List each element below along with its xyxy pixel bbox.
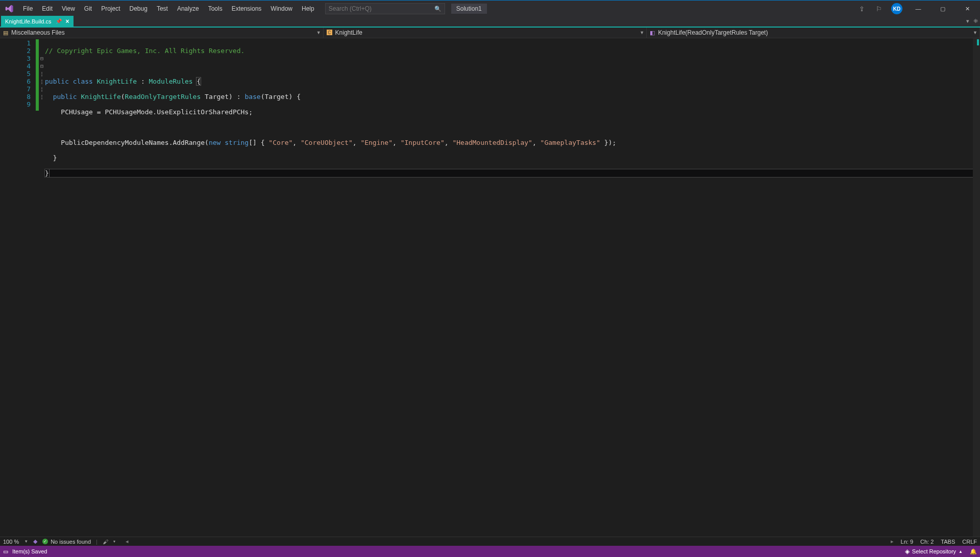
search-input[interactable]	[329, 5, 434, 12]
method-icon: ◧	[650, 30, 655, 36]
chevron-up-icon: ▲	[959, 549, 963, 554]
issues-label: No issues found	[51, 539, 91, 545]
menu-view[interactable]: View	[57, 1, 80, 17]
solution-selector[interactable]: Solution1	[451, 4, 487, 14]
scroll-marker	[977, 39, 979, 45]
select-repository-label: Select Repository	[912, 548, 956, 554]
menu-tools[interactable]: Tools	[204, 1, 227, 17]
close-tab-icon[interactable]: ×	[66, 18, 69, 25]
menu-edit[interactable]: Edit	[37, 1, 57, 17]
menu-git[interactable]: Git	[80, 1, 96, 17]
nav-member-dropdown[interactable]: ◧ KnightLife(ReadOnlyTargetRules Target)…	[647, 28, 980, 38]
caret-line[interactable]: Ln: 9	[901, 539, 913, 545]
line-number-gutter: 123 456 789	[0, 38, 36, 537]
chevron-down-icon: ▼	[973, 30, 977, 35]
editor-footer: 100 % ▼ ◆ ✓ No issues found | 🖌▾ ◂ ▸ Ln:…	[0, 537, 980, 546]
nav-class-label: KnightLife	[335, 29, 362, 36]
document-tab-bar: KnightLife.Build.cs 📌 × ▾ ⁜	[0, 17, 980, 28]
menu-items: File Edit View Git Project Debug Test An…	[18, 1, 319, 17]
fold-gutter[interactable]: ⊟⊟¦¦¦¦	[39, 38, 45, 537]
nav-scope-dropdown[interactable]: ▤ Miscellaneous Files ▼	[0, 28, 324, 38]
document-tab-title: KnightLife.Build.cs	[5, 18, 52, 24]
menu-extensions[interactable]: Extensions	[227, 1, 266, 17]
menu-bar: File Edit View Git Project Debug Test An…	[0, 1, 980, 17]
document-tab-active[interactable]: KnightLife.Build.cs 📌 ×	[1, 16, 74, 27]
feedback-icon[interactable]: ⚐	[874, 3, 884, 15]
search-box[interactable]: 🔍	[325, 3, 445, 14]
menu-analyze[interactable]: Analyze	[173, 1, 204, 17]
menu-file[interactable]: File	[18, 1, 37, 17]
zoom-chevron-icon[interactable]: ▼	[24, 539, 28, 544]
source-control-icon: ◈	[905, 548, 910, 555]
search-icon: 🔍	[434, 6, 442, 12]
code-editor[interactable]: 123 456 789 ⊟⊟¦¦¦¦ // Copyright Epic Gam…	[0, 38, 980, 537]
tab-expand-icon[interactable]: ⁜	[973, 18, 978, 24]
vs-logo-icon	[2, 2, 16, 16]
tab-overflow-icon[interactable]: ▾	[966, 18, 969, 24]
status-bar: ▭ Item(s) Saved ◈ Select Repository ▲ 🔔	[0, 546, 980, 557]
menu-help[interactable]: Help	[297, 1, 319, 17]
menu-test[interactable]: Test	[152, 1, 173, 17]
menu-project[interactable]: Project	[96, 1, 125, 17]
chevron-down-icon: ▼	[316, 30, 321, 35]
status-message: Item(s) Saved	[12, 548, 47, 554]
chevron-down-icon: ▼	[640, 30, 644, 35]
user-avatar[interactable]: KD	[891, 3, 902, 14]
output-icon[interactable]: ▭	[3, 548, 8, 555]
indent-mode[interactable]: TABS	[941, 539, 955, 545]
menu-debug[interactable]: Debug	[125, 1, 152, 17]
zoom-level[interactable]: 100 %	[3, 539, 19, 545]
line-ending[interactable]: CRLF	[962, 539, 977, 545]
vertical-scrollbar[interactable]	[973, 38, 980, 537]
file-icon: ▤	[3, 30, 8, 36]
check-icon: ✓	[42, 539, 48, 544]
caret-char[interactable]: Ch: 2	[920, 539, 934, 545]
nav-class-dropdown[interactable]: 🅲 KnightLife ▼	[324, 28, 647, 38]
window-close-button[interactable]: ✕	[959, 1, 976, 17]
nav-prev-icon[interactable]: ◂	[126, 538, 129, 545]
issues-indicator[interactable]: ✓ No issues found	[42, 539, 91, 545]
titlebar-right: ⇪ ⚐ KD — ▢ ✕	[857, 1, 978, 17]
class-icon: 🅲	[327, 30, 332, 36]
brush-icon[interactable]: 🖌	[103, 539, 108, 545]
live-share-icon[interactable]: ⇪	[857, 3, 867, 15]
nav-member-label: KnightLife(ReadOnlyTargetRules Target)	[658, 29, 768, 36]
window-minimize-button[interactable]: —	[910, 1, 927, 17]
window-maximize-button[interactable]: ▢	[934, 1, 951, 17]
nav-scope-label: Miscellaneous Files	[11, 29, 65, 36]
navigation-bar: ▤ Miscellaneous Files ▼ 🅲 KnightLife ▼ ◧…	[0, 28, 980, 38]
health-indicator-icon[interactable]: ◆	[33, 538, 37, 545]
nav-next-icon[interactable]: ▸	[891, 538, 894, 545]
code-area[interactable]: // Copyright Epic Games, Inc. All Rights…	[45, 38, 973, 537]
pin-icon[interactable]: 📌	[56, 18, 62, 24]
notifications-icon[interactable]: 🔔	[970, 548, 977, 555]
menu-window[interactable]: Window	[266, 1, 297, 17]
select-repository-button[interactable]: ◈ Select Repository ▲	[905, 548, 963, 555]
